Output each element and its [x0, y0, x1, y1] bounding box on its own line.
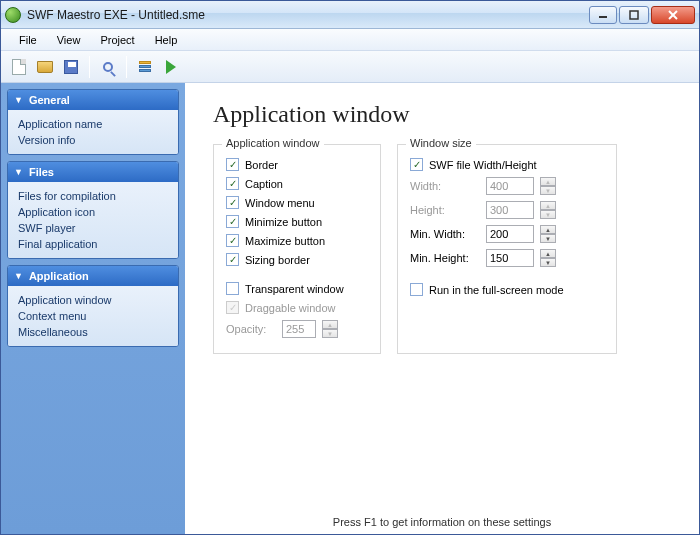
sidebar-header-label: General — [29, 94, 70, 106]
toolbar-separator — [89, 56, 90, 78]
menu-view[interactable]: View — [47, 32, 91, 48]
toolbar — [1, 51, 699, 83]
sidebar-header-application[interactable]: ▼ Application — [8, 266, 178, 286]
sidebar-item-version[interactable]: Version info — [18, 132, 168, 148]
width-label: Width: — [410, 180, 480, 192]
sidebar-item-context-menu[interactable]: Context menu — [18, 308, 168, 324]
checkbox-caption[interactable]: ✓ — [226, 177, 239, 190]
app-icon — [5, 7, 21, 23]
width-input: 400 — [486, 177, 534, 195]
sidebar-header-general[interactable]: ▼ General — [8, 90, 178, 110]
min-height-input[interactable]: 150 — [486, 249, 534, 267]
groupbox-title: Application window — [222, 137, 324, 149]
play-icon — [166, 60, 176, 74]
open-folder-icon — [37, 61, 53, 73]
sidebar-panel-application: ▼ Application Application window Context… — [7, 265, 179, 347]
sidebar-header-label: Files — [29, 166, 54, 178]
height-label: Height: — [410, 204, 480, 216]
checkbox-label: Transparent window — [245, 283, 344, 295]
spin-down-button: ▼ — [322, 329, 338, 338]
checkbox-label: Draggable window — [245, 302, 336, 314]
run-button[interactable] — [159, 55, 183, 79]
min-width-input[interactable]: 200 — [486, 225, 534, 243]
spin-down-button[interactable]: ▼ — [540, 234, 556, 243]
sidebar-panel-files: ▼ Files Files for compilation Applicatio… — [7, 161, 179, 259]
sidebar-item-app-name[interactable]: Application name — [18, 116, 168, 132]
spin-up-button[interactable]: ▲ — [540, 249, 556, 258]
spin-up-button: ▲ — [540, 177, 556, 186]
checkbox-draggable: ✓ — [226, 301, 239, 314]
status-hint: Press F1 to get information on these set… — [185, 516, 699, 528]
save-button[interactable] — [59, 55, 83, 79]
menu-file[interactable]: File — [9, 32, 47, 48]
checkbox-label: SWF file Width/Height — [429, 159, 537, 171]
checkbox-sizing-border[interactable]: ✓ — [226, 253, 239, 266]
new-file-icon — [12, 59, 26, 75]
checkbox-maximize[interactable]: ✓ — [226, 234, 239, 247]
magnifier-icon — [103, 62, 113, 72]
sidebar-panel-general: ▼ General Application name Version info — [7, 89, 179, 155]
sidebar: ▼ General Application name Version info … — [1, 83, 185, 534]
checkbox-label: Window menu — [245, 197, 315, 209]
close-window-button[interactable] — [651, 6, 695, 24]
checkbox-window-menu[interactable]: ✓ — [226, 196, 239, 209]
min-width-label: Min. Width: — [410, 228, 480, 240]
spin-down-button: ▼ — [540, 210, 556, 219]
sidebar-header-files[interactable]: ▼ Files — [8, 162, 178, 182]
preview-button[interactable] — [96, 55, 120, 79]
checkbox-label: Maximize button — [245, 235, 325, 247]
checkbox-border[interactable]: ✓ — [226, 158, 239, 171]
checkbox-label: Sizing border — [245, 254, 310, 266]
groupbox-window-size: Window size ✓SWF file Width/Height Width… — [397, 144, 617, 354]
menubar: File View Project Help — [1, 29, 699, 51]
checkbox-transparent[interactable]: ✓ — [226, 282, 239, 295]
spin-down-button[interactable]: ▼ — [540, 258, 556, 267]
window-titlebar: SWF Maestro EXE - Untitled.sme — [1, 1, 699, 29]
opacity-input: 255 — [282, 320, 316, 338]
groupbox-app-window: Application window ✓Border ✓Caption ✓Win… — [213, 144, 381, 354]
checkbox-fullscreen[interactable]: ✓ — [410, 283, 423, 296]
toolbar-separator — [126, 56, 127, 78]
sidebar-item-misc[interactable]: Miscellaneous — [18, 324, 168, 340]
height-input: 300 — [486, 201, 534, 219]
sidebar-header-label: Application — [29, 270, 89, 282]
new-button[interactable] — [7, 55, 31, 79]
window-title: SWF Maestro EXE - Untitled.sme — [27, 8, 589, 22]
spin-up-button: ▲ — [540, 201, 556, 210]
checkbox-label: Caption — [245, 178, 283, 190]
min-height-label: Min. Height: — [410, 252, 480, 264]
compile-button[interactable] — [133, 55, 157, 79]
checkbox-swf-wh[interactable]: ✓ — [410, 158, 423, 171]
chevron-down-icon: ▼ — [14, 271, 23, 281]
svg-rect-1 — [630, 11, 638, 19]
sidebar-item-app-window[interactable]: Application window — [18, 292, 168, 308]
open-button[interactable] — [33, 55, 57, 79]
checkbox-label: Minimize button — [245, 216, 322, 228]
maximize-window-button[interactable] — [619, 6, 649, 24]
content-area: Application window Application window ✓B… — [185, 83, 699, 534]
minimize-window-button[interactable] — [589, 6, 617, 24]
sidebar-item-swf-player[interactable]: SWF player — [18, 220, 168, 236]
stack-icon — [139, 61, 151, 72]
sidebar-item-files-compile[interactable]: Files for compilation — [18, 188, 168, 204]
spin-up-button: ▲ — [322, 320, 338, 329]
groupbox-title: Window size — [406, 137, 476, 149]
save-disk-icon — [64, 60, 78, 74]
sidebar-item-app-icon[interactable]: Application icon — [18, 204, 168, 220]
chevron-down-icon: ▼ — [14, 95, 23, 105]
checkbox-label: Run in the full-screen mode — [429, 284, 564, 296]
spin-up-button[interactable]: ▲ — [540, 225, 556, 234]
page-title: Application window — [213, 101, 679, 128]
opacity-label: Opacity: — [226, 323, 276, 335]
menu-project[interactable]: Project — [90, 32, 144, 48]
spin-down-button: ▼ — [540, 186, 556, 195]
chevron-down-icon: ▼ — [14, 167, 23, 177]
checkbox-label: Border — [245, 159, 278, 171]
checkbox-minimize[interactable]: ✓ — [226, 215, 239, 228]
menu-help[interactable]: Help — [145, 32, 188, 48]
sidebar-item-final-app[interactable]: Final application — [18, 236, 168, 252]
